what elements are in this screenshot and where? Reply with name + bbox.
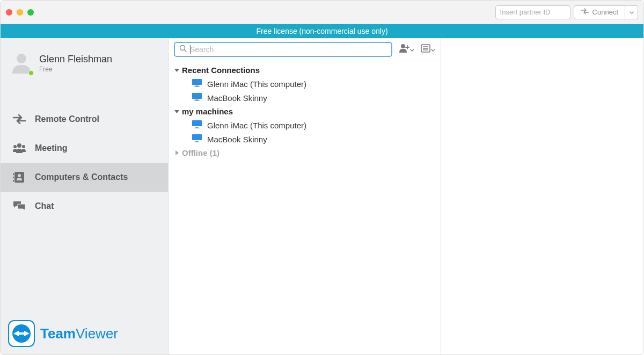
minimize-icon[interactable] — [17, 9, 23, 16]
svg-point-0 — [17, 54, 26, 63]
svg-rect-7 — [13, 177, 14, 178]
svg-rect-29 — [195, 141, 199, 142]
swap-icon — [12, 112, 26, 126]
search-input[interactable] — [190, 45, 387, 54]
svg-point-1 — [17, 143, 21, 148]
search-toolbar — [169, 38, 441, 61]
nav-item-remote-control[interactable]: Remote Control — [1, 105, 168, 134]
svg-rect-30 — [194, 142, 200, 142]
svg-rect-19 — [192, 79, 202, 85]
svg-rect-26 — [195, 127, 199, 128]
nav-item-meeting[interactable]: Meeting — [1, 134, 168, 163]
svg-point-3 — [22, 145, 25, 148]
avatar — [10, 51, 33, 76]
connect-dropdown-button[interactable] — [625, 5, 638, 19]
computer-item[interactable]: MacBook Skinny — [169, 132, 441, 146]
svg-rect-8 — [13, 180, 14, 182]
nav-label: Meeting — [35, 143, 67, 153]
group-label: Offline (1) — [182, 148, 219, 157]
content-area: Glenn Fleishman Free Remote Control — [1, 38, 643, 354]
computer-item[interactable]: Glenn iMac (This computer) — [169, 77, 441, 91]
svg-line-13 — [185, 50, 187, 52]
chevron-down-icon — [630, 8, 634, 16]
svg-rect-21 — [194, 86, 200, 87]
svg-rect-23 — [195, 99, 199, 100]
svg-rect-11 — [18, 332, 25, 335]
user-section[interactable]: Glenn Fleishman Free — [1, 38, 168, 89]
nav-label: Remote Control — [35, 114, 99, 124]
disclosure-right-icon — [174, 150, 179, 156]
add-contact-button[interactable] — [399, 44, 414, 55]
svg-rect-25 — [192, 120, 202, 126]
svg-point-5 — [18, 174, 21, 177]
partner-id-input[interactable] — [495, 5, 570, 19]
nav-item-computers-contacts[interactable]: Computers & Contacts — [1, 163, 168, 192]
svg-point-14 — [401, 44, 405, 48]
people-icon — [12, 141, 26, 155]
group-header-my-machines[interactable]: my machines — [169, 105, 441, 118]
computer-label: Glenn iMac (This computer) — [207, 79, 306, 89]
nav-list: Remote Control Meeting — [1, 105, 168, 221]
chevron-down-icon — [410, 45, 414, 54]
search-icon — [179, 45, 187, 54]
group-header-recent-connections[interactable]: Recent Connections — [169, 63, 441, 77]
group-label: my machines — [182, 107, 233, 116]
computer-label: Glenn iMac (This computer) — [207, 121, 306, 130]
svg-rect-24 — [194, 100, 200, 101]
monitor-icon — [192, 93, 202, 103]
user-name: Glenn Fleishman — [39, 54, 112, 65]
status-dot-online-icon — [28, 70, 34, 76]
user-subtitle: Free — [39, 66, 112, 73]
view-options-button[interactable] — [421, 44, 435, 55]
disclosure-down-icon — [174, 109, 179, 114]
contacts-icon — [12, 170, 26, 184]
svg-rect-20 — [195, 85, 199, 86]
group-label: Recent Connections — [182, 66, 260, 75]
monitor-icon — [192, 134, 202, 144]
sidebar: Glenn Fleishman Free Remote Control — [1, 38, 169, 354]
monitor-icon — [192, 120, 202, 130]
teamviewer-wordmark: TeamViewer — [40, 325, 118, 342]
connect-button-group: Connect — [574, 5, 638, 19]
group-header-offline[interactable]: Offline (1) — [169, 146, 441, 160]
disclosure-down-icon — [174, 68, 179, 73]
list-icon — [421, 44, 430, 55]
svg-point-2 — [13, 145, 17, 148]
svg-rect-6 — [13, 173, 14, 175]
right-panel — [441, 38, 643, 354]
nav-item-chat[interactable]: Chat — [1, 192, 168, 221]
chat-icon — [12, 199, 26, 213]
computers-tree: Recent Connections Glenn iMac (This comp… — [169, 61, 441, 354]
close-icon[interactable] — [6, 9, 12, 16]
add-user-icon — [399, 44, 409, 55]
swap-icon — [581, 8, 589, 16]
computer-label: MacBook Skinny — [207, 93, 267, 103]
license-banner: Free license (non-commercial use only) — [1, 24, 643, 38]
computer-item[interactable]: Glenn iMac (This computer) — [169, 118, 441, 132]
nav-label: Computers & Contacts — [35, 172, 128, 182]
monitor-icon — [192, 79, 202, 89]
app-window: Connect Free license (non-commercial use… — [0, 0, 644, 355]
window-controls — [6, 9, 34, 16]
computer-label: MacBook Skinny — [207, 135, 267, 144]
teamviewer-logo-icon — [8, 320, 35, 347]
search-field[interactable] — [174, 42, 392, 57]
svg-rect-28 — [192, 134, 202, 140]
connect-label: Connect — [592, 8, 618, 16]
middle-panel: Recent Connections Glenn iMac (This comp… — [169, 38, 441, 354]
titlebar: Connect — [1, 1, 643, 24]
chevron-down-icon — [431, 45, 435, 54]
maximize-icon[interactable] — [27, 9, 34, 16]
svg-rect-27 — [194, 128, 200, 128]
computer-item[interactable]: MacBook Skinny — [169, 91, 441, 105]
svg-rect-22 — [192, 93, 202, 99]
nav-label: Chat — [35, 201, 54, 211]
connect-button[interactable]: Connect — [574, 5, 625, 19]
sidebar-footer: TeamViewer — [1, 313, 168, 354]
